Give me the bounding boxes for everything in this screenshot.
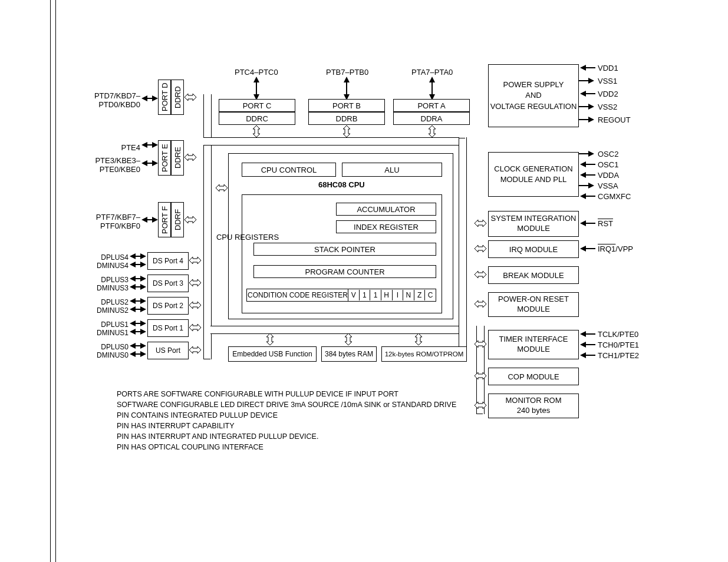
note-3: PIN HAS INTERRUPT CAPABILITY bbox=[117, 422, 235, 430]
box-idx: INDEX REGISTER bbox=[336, 220, 436, 233]
bus-break bbox=[474, 269, 487, 280]
bus-left bbox=[203, 94, 212, 359]
box-break: BREAK MODULE bbox=[488, 266, 579, 284]
lbl-dplus4: DPLUS4 bbox=[93, 253, 129, 262]
box-cpuctrl: CPU CONTROL bbox=[242, 163, 336, 177]
bus-rom bbox=[413, 333, 424, 346]
box-ccr-label: CONDITION CODE REGISTER bbox=[246, 289, 348, 302]
note-0: PORTS ARE SOFTWARE CONFIGURABLE WITH PUL… bbox=[117, 390, 398, 398]
box-clock: CLOCK GENERATION MODULE AND PLL bbox=[488, 152, 579, 197]
bus-mon bbox=[474, 400, 487, 411]
lbl-dplus0: DPLUS0 bbox=[93, 343, 129, 351]
pin-tch1: TCH1/PTE2 bbox=[598, 351, 639, 360]
pin-cgmxfc: CGMXFC bbox=[598, 192, 631, 201]
bus-tim bbox=[474, 339, 487, 349]
bus-ds1 bbox=[189, 322, 202, 333]
label-ptd: PTD7/KBD7– PTD0/KBD0 bbox=[77, 91, 140, 109]
note-1: SOFTWARE CONFIGURABLE LED DIRECT DRIVE 3… bbox=[117, 401, 456, 409]
label-cpu-title: 68HC08 CPU bbox=[318, 180, 365, 189]
pin-vss1: VSS1 bbox=[598, 77, 617, 85]
box-rom: 12k-bytes ROM/OTPROM bbox=[381, 346, 467, 362]
box-ccr-bits: V 1 1 H I N Z C bbox=[348, 289, 436, 302]
box-mon: MONITOR ROM 240 bytes bbox=[488, 394, 579, 418]
pin-vss2: VSS2 bbox=[598, 103, 617, 111]
bus-portd bbox=[184, 92, 197, 103]
box-ddrf: DDRF bbox=[171, 202, 184, 237]
box-usport: US Port bbox=[147, 342, 189, 359]
bus-top bbox=[203, 137, 466, 146]
bus-ds2 bbox=[189, 300, 202, 310]
bus-porte bbox=[184, 152, 197, 163]
box-portf: PORT F bbox=[158, 202, 171, 237]
box-ddra: DDRA bbox=[393, 112, 470, 125]
pin-osc1: OSC1 bbox=[598, 160, 618, 169]
pin-osc2: OSC2 bbox=[598, 150, 618, 158]
pin-tch0: TCH0/PTE1 bbox=[598, 340, 639, 349]
label-ptb: PTB7–PTB0 bbox=[326, 68, 368, 77]
pin-vdda: VDDA bbox=[598, 171, 619, 180]
note-4: PIN HAS INTERRUPT AND INTEGRATED PULLUP … bbox=[117, 432, 318, 441]
box-portd: PORT D bbox=[158, 80, 171, 115]
bus-ds3 bbox=[189, 277, 202, 288]
bus-cop bbox=[474, 371, 487, 381]
bus-cpu bbox=[215, 183, 228, 193]
box-ddre: DDRE bbox=[171, 140, 184, 176]
label-cpuregs: CPU REGISTERS bbox=[177, 233, 318, 242]
bus-por bbox=[474, 299, 487, 309]
box-tim: TIMER INTERFACE MODULE bbox=[488, 330, 579, 359]
box-dsport2: DS Port 2 bbox=[147, 297, 189, 315]
box-dsport1: DS Port 1 bbox=[147, 319, 189, 337]
box-ram: 384 bytes RAM bbox=[321, 346, 377, 362]
pin-vdd2: VDD2 bbox=[598, 90, 618, 98]
box-sp: STACK POINTER bbox=[253, 243, 436, 256]
lbl-dplus2: DPLUS2 bbox=[93, 298, 129, 306]
bus-irq bbox=[474, 243, 487, 254]
box-dsport4: DS Port 4 bbox=[147, 252, 189, 270]
bus-ddrb bbox=[341, 125, 352, 138]
box-usb: Embedded USB Function bbox=[228, 346, 317, 362]
page-margin bbox=[50, 0, 56, 562]
box-por: POWER-ON RESET MODULE bbox=[488, 292, 579, 317]
box-acc: ACCUMULATOR bbox=[336, 203, 436, 216]
box-power: POWER SUPPLY AND VOLTAGE REGULATION bbox=[488, 64, 579, 127]
box-portb: PORT B bbox=[308, 99, 385, 112]
box-ddrb: DDRB bbox=[308, 112, 385, 125]
pin-irq: IRQ1/VPP bbox=[598, 244, 633, 253]
box-porte: PORT E bbox=[158, 140, 171, 176]
box-portc: PORT C bbox=[219, 99, 295, 112]
label-ptf: PTF7/KBF7– PTF0/KBF0 bbox=[77, 213, 140, 230]
box-dsport3: DS Port 3 bbox=[147, 275, 189, 292]
bus-ddrc bbox=[251, 125, 262, 138]
lbl-dplus1: DPLUS1 bbox=[93, 320, 129, 329]
lbl-dminus2: DMINUS2 bbox=[90, 306, 129, 315]
box-sim: SYSTEM INTEGRATION MODULE bbox=[488, 211, 579, 237]
lbl-dminus3: DMINUS3 bbox=[90, 284, 129, 292]
pin-tclk: TCLK/PTE0 bbox=[598, 330, 638, 339]
bus-sim bbox=[474, 218, 487, 229]
note-2: PIN CONTAINS INTEGRATED PULLUP DEVICE bbox=[117, 411, 278, 419]
pin-vdd1: VDD1 bbox=[598, 64, 618, 72]
lbl-dminus0: DMINUS0 bbox=[90, 351, 129, 359]
bus-ram bbox=[343, 333, 354, 346]
label-pte: PTE3/KBE3– PTE0/KBE0 bbox=[77, 156, 140, 174]
bus-ddra bbox=[427, 125, 437, 138]
bus-us bbox=[189, 345, 202, 355]
box-porta: PORT A bbox=[393, 99, 470, 112]
box-alu: ALU bbox=[342, 163, 442, 177]
lbl-dminus1: DMINUS1 bbox=[90, 329, 129, 337]
pin-regout: REGOUT bbox=[598, 115, 631, 124]
label-ptc: PTC4–PTC0 bbox=[235, 68, 278, 77]
box-irq: IRQ MODULE bbox=[488, 240, 579, 258]
bus-portf bbox=[184, 214, 197, 225]
box-ddrd: DDRD bbox=[171, 80, 184, 115]
box-cop: COP MODULE bbox=[488, 368, 579, 385]
note-5: PIN HAS OPTICAL COUPLING INTERFACE bbox=[117, 443, 263, 451]
bus-ds4 bbox=[189, 255, 202, 266]
label-pte4: PTE4 bbox=[100, 143, 140, 152]
label-pta: PTA7–PTA0 bbox=[411, 68, 453, 77]
bus-usb bbox=[265, 333, 275, 346]
box-ddrc: DDRC bbox=[219, 112, 295, 125]
pin-vssa: VSSA bbox=[598, 181, 618, 190]
pin-rst: RST bbox=[598, 219, 613, 228]
lbl-dminus4: DMINUS4 bbox=[90, 262, 129, 270]
